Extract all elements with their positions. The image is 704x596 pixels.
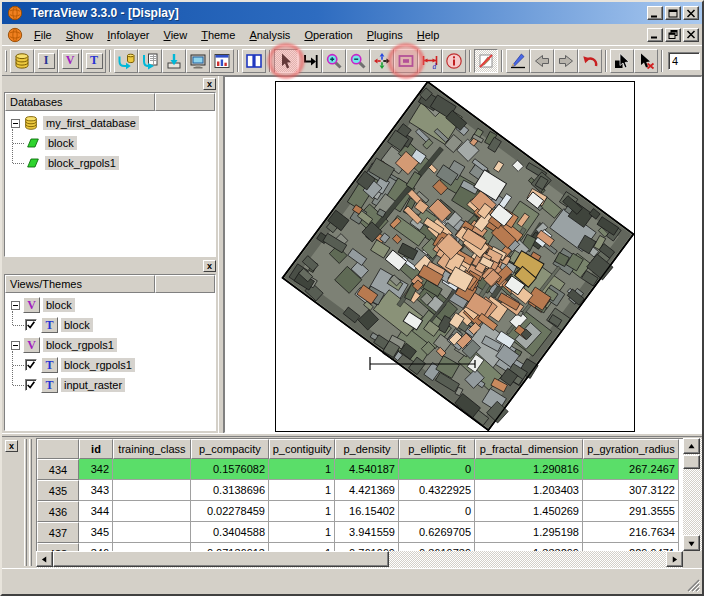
grid-column-header-p_density[interactable]: p_density xyxy=(335,439,399,459)
row-header[interactable]: 438 xyxy=(37,543,79,551)
tree-item-label[interactable]: block_rgpols1 xyxy=(45,156,119,170)
toolbar-button-pan-icon[interactable] xyxy=(370,49,394,73)
mdi-restore-button[interactable] xyxy=(665,28,681,42)
toolbar-button-pointer-icon[interactable] xyxy=(274,49,298,73)
toolbar-button-pencil-icon[interactable] xyxy=(506,49,530,73)
tree-item-label[interactable]: block_rgpols1 xyxy=(61,358,135,372)
grid-column-header-id[interactable]: id xyxy=(79,439,113,459)
map-display-canvas[interactable] xyxy=(224,76,702,433)
menu-infolayer[interactable]: Infolayer xyxy=(100,26,156,44)
grid-cell[interactable]: 0.3138696 xyxy=(191,480,269,501)
toolbar-button-distance-icon[interactable]: d xyxy=(418,49,442,73)
grid-cell[interactable]: 346 xyxy=(79,543,113,551)
tree-item-view-block[interactable]: Vblock xyxy=(5,295,215,315)
grid-cell[interactable]: 344 xyxy=(79,501,113,522)
tree-expander-icon[interactable] xyxy=(11,119,20,128)
grid-column-header-p_elliptic_fit[interactable]: p_elliptic_fit xyxy=(399,439,475,459)
toolbar-button-back-arrow-icon[interactable] xyxy=(530,49,554,73)
grid-column-header-training_class[interactable]: training_class xyxy=(113,439,191,459)
toolbar-button-edit-disabled-icon[interactable] xyxy=(474,49,498,73)
grid-corner-header[interactable] xyxy=(37,439,79,459)
grid-cell[interactable]: 345 xyxy=(79,522,113,543)
tree-item-label[interactable]: input_raster xyxy=(61,378,125,392)
tree-item-label[interactable]: block xyxy=(61,318,93,332)
grid-cell[interactable]: 1 xyxy=(269,459,335,480)
grid-cell[interactable]: 0.1576082 xyxy=(191,459,269,480)
grid-cell[interactable]: 1 xyxy=(269,501,335,522)
menu-operation[interactable]: Operation xyxy=(297,26,359,44)
tree-checkbox[interactable] xyxy=(25,379,37,391)
tree-item-label[interactable]: block xyxy=(43,298,75,312)
grid-column-header-p_contiguity[interactable]: p_contiguity xyxy=(269,439,335,459)
grid-cell[interactable] xyxy=(113,522,191,543)
grid-cell[interactable]: 1.295198 xyxy=(475,522,583,543)
grid-cell[interactable] xyxy=(113,543,191,551)
scroll-down-icon[interactable] xyxy=(683,535,700,551)
grid-horizontal-scrollbar[interactable] xyxy=(36,551,683,568)
grid-cell[interactable]: 1.450269 xyxy=(475,501,583,522)
toolbar-button-display-window-icon[interactable] xyxy=(186,49,210,73)
grid-cell[interactable]: 0.3619739 xyxy=(399,543,475,551)
toolbar-button-undo-icon[interactable] xyxy=(578,49,602,73)
grid-cell[interactable]: 1.333299 xyxy=(475,543,583,551)
toolbar-overflow-icon[interactable]: » xyxy=(700,54,704,68)
table-panel-grip[interactable] xyxy=(24,439,34,566)
vscroll-thumb[interactable] xyxy=(683,455,700,469)
toolbar-button-view-icon[interactable]: V xyxy=(58,49,82,73)
toolbar-button-theme-icon[interactable]: T xyxy=(82,49,106,73)
toolbar-button-zoom-out-icon[interactable] xyxy=(346,49,370,73)
menu-view[interactable]: View xyxy=(156,26,194,44)
menu-analysis[interactable]: Analysis xyxy=(242,26,297,44)
row-header[interactable]: 437 xyxy=(37,522,79,543)
close-button[interactable] xyxy=(683,6,699,20)
grid-column-header-p_gyration_radius[interactable]: p_gyration_radius xyxy=(583,439,679,459)
grid-cell[interactable]: 291.3555 xyxy=(583,501,679,522)
menu-file[interactable]: File xyxy=(27,26,59,44)
menu-plugins[interactable]: Plugins xyxy=(360,26,410,44)
tree-item-database[interactable]: my_first_database xyxy=(5,113,215,133)
zoom-level-input[interactable] xyxy=(668,52,700,70)
menu-theme[interactable]: Theme xyxy=(194,26,242,44)
views-panel-header[interactable]: Views/Themes xyxy=(5,275,215,293)
databases-panel-header[interactable]: Databases xyxy=(5,93,215,111)
grid-cell[interactable]: 0 xyxy=(399,459,475,480)
row-header[interactable]: 435 xyxy=(37,480,79,501)
grid-cell[interactable] xyxy=(113,501,191,522)
tree-item-theme-input_raster[interactable]: Tinput_raster xyxy=(5,375,215,395)
toolbar-button-unselect-icon[interactable] xyxy=(634,49,658,73)
grid-cell[interactable]: 229.9471 xyxy=(583,543,679,551)
toolbar-button-tile-windows-icon[interactable] xyxy=(242,49,266,73)
toolbar-button-info-icon[interactable] xyxy=(442,49,466,73)
scroll-right-icon[interactable] xyxy=(666,551,683,567)
title-bar[interactable]: TerraView 3.3.0 - [Display] xyxy=(2,2,702,24)
toolbar-grip[interactable] xyxy=(5,50,7,72)
scroll-left-icon[interactable] xyxy=(36,551,53,567)
grid-cell[interactable]: 216.7634 xyxy=(583,522,679,543)
grid-cell[interactable]: 4.540187 xyxy=(335,459,399,480)
minimize-button[interactable] xyxy=(647,6,663,20)
grid-cell[interactable]: 16.15402 xyxy=(335,501,399,522)
toolbar-button-previous-display-icon[interactable] xyxy=(298,49,322,73)
scroll-up-icon[interactable] xyxy=(683,438,700,454)
table-panel-close-icon[interactable]: x xyxy=(5,440,18,452)
grid-cell[interactable]: 0.4322925 xyxy=(399,480,475,501)
grid-cell[interactable] xyxy=(113,480,191,501)
tree-checkbox[interactable] xyxy=(25,359,37,371)
toolbar-button-database-icon[interactable] xyxy=(10,49,34,73)
row-header[interactable]: 436 xyxy=(37,501,79,522)
grid-cell[interactable]: 1 xyxy=(269,522,335,543)
grid-cell[interactable]: 0 xyxy=(399,501,475,522)
menu-show[interactable]: Show xyxy=(59,26,101,44)
toolbar-button-zoom-in-icon[interactable] xyxy=(322,49,346,73)
tree-item-label[interactable]: my_first_database xyxy=(43,116,139,130)
toolbar-button-select-arrow-icon[interactable] xyxy=(610,49,634,73)
tree-expander-icon[interactable] xyxy=(11,341,20,350)
grid-cell[interactable]: 0.07136913 xyxy=(191,543,269,551)
toolbar-button-import-point-icon[interactable] xyxy=(162,49,186,73)
grid-cell[interactable]: 1.290816 xyxy=(475,459,583,480)
toolbar-button-forward-arrow-icon[interactable] xyxy=(554,49,578,73)
grid-cell[interactable] xyxy=(113,459,191,480)
grid-cell[interactable]: 0.6269705 xyxy=(399,522,475,543)
tree-item-layer-block_rgpols1[interactable]: block_rgpols1 xyxy=(5,153,215,173)
toolbar-button-infolayer-icon[interactable]: I xyxy=(34,49,58,73)
